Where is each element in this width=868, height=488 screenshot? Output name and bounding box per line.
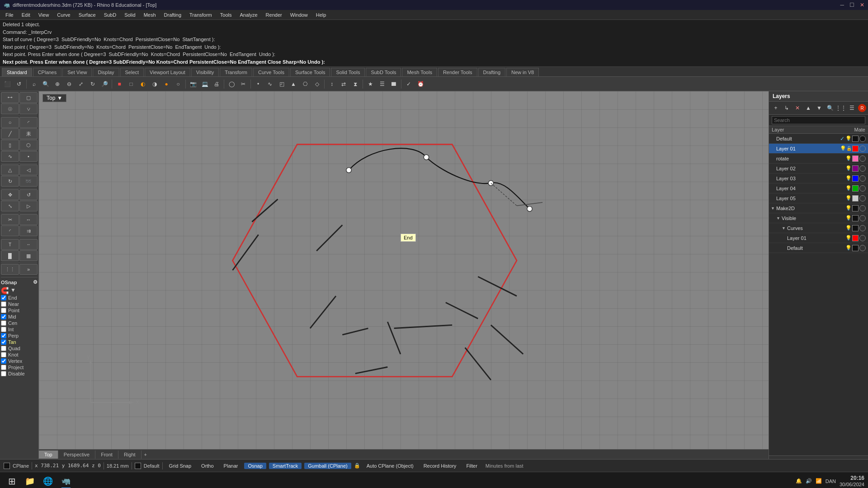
tool-solid[interactable]: ▲ — [288, 79, 299, 89]
tool-camera[interactable]: 📷 — [188, 79, 198, 89]
tab-set-view[interactable]: Set View — [62, 68, 92, 76]
cl01-mat[interactable] — [859, 235, 866, 241]
layer01-mat[interactable] — [859, 145, 866, 152]
grid-snap-btn[interactable]: Grid Snap — [165, 463, 195, 469]
tool-text[interactable]: T — [1, 239, 19, 250]
taskbar-rhino[interactable]: 🦏 — [58, 473, 74, 488]
layer-add-sublayer-btn[interactable]: ↳ — [782, 103, 792, 113]
layer05-light[interactable]: 💡 — [845, 195, 852, 201]
layer05-color[interactable] — [852, 195, 859, 202]
vp-tab-perspective[interactable]: Perspective — [58, 450, 95, 459]
tab-cplanes[interactable]: CPlanes — [33, 68, 62, 76]
tool-poly-select[interactable]: ⩒ — [19, 103, 38, 114]
default-color[interactable] — [852, 136, 859, 142]
layer-row-make2d[interactable]: ▼ Make2D 💡 — [769, 203, 868, 213]
tool-freeform[interactable]: ∿ — [1, 151, 19, 162]
osnap-settings-icon[interactable]: ⚙ — [33, 279, 38, 285]
tool-zoom-window[interactable]: 🔍 — [40, 79, 51, 89]
layer03-color[interactable] — [852, 175, 859, 182]
tool-zoom-out[interactable]: ⊖ — [64, 79, 75, 89]
tool-mesh[interactable]: ◇ — [311, 79, 322, 89]
layers-search-input[interactable] — [772, 116, 865, 124]
osnap-magnet-btn[interactable]: 🧲 — [1, 287, 9, 294]
tool-grid2[interactable]: ⋮⋮ — [1, 264, 19, 275]
vp-tab-top[interactable]: Top — [39, 450, 58, 459]
ortho-btn[interactable]: Ortho — [198, 463, 217, 469]
tool-scale[interactable]: ⤡ — [1, 201, 19, 211]
tool-raytraced[interactable]: ● — [161, 79, 172, 89]
layer-menu-btn[interactable]: ☰ — [847, 103, 857, 113]
layer-row-layer02[interactable]: Layer 02 💡 — [769, 164, 868, 174]
tool-print[interactable]: 🖨 — [211, 79, 222, 89]
layer-move-down-btn[interactable]: ▼ — [814, 103, 824, 113]
layer01-light-icon[interactable]: 💡 — [840, 145, 846, 151]
osnap-cen[interactable]: Cen — [1, 320, 38, 326]
close-btn[interactable]: ✕ — [860, 2, 864, 8]
layer03-mat[interactable] — [859, 175, 866, 182]
make2d-mat[interactable] — [859, 205, 866, 211]
viewport-dropdown-icon[interactable]: ▼ — [57, 95, 62, 101]
cl01-light[interactable]: 💡 — [845, 235, 852, 241]
menu-analyze[interactable]: Analyze — [236, 11, 261, 19]
tab-mesh-tools[interactable]: Mesh Tools — [402, 68, 437, 76]
tab-standard[interactable]: Standard — [2, 68, 32, 76]
tool-ghosted[interactable]: ○ — [173, 79, 184, 89]
osnap-filter-btn[interactable]: ▼ — [10, 287, 16, 294]
tab-new-v8[interactable]: New in V8 — [506, 68, 539, 76]
osnap-perp[interactable]: Perp — [1, 333, 38, 338]
layer02-color[interactable] — [852, 165, 859, 172]
visible-color[interactable] — [852, 215, 859, 221]
layer01-color[interactable] — [852, 145, 859, 152]
cdef-color[interactable] — [852, 245, 859, 251]
tool-clock[interactable]: ⏰ — [415, 79, 426, 89]
tool-transform[interactable]: ⇄ — [338, 79, 349, 89]
taskbar-volume[interactable]: 🔊 — [806, 478, 812, 484]
rotate-color[interactable] — [852, 155, 859, 162]
tool-offset[interactable]: ⇉ — [19, 225, 38, 236]
layer04-color[interactable] — [852, 185, 859, 192]
osnap-int[interactable]: Int — [1, 327, 38, 332]
filter-btn[interactable]: Filter — [462, 463, 481, 469]
tool-loft[interactable]: ◁ — [19, 164, 38, 175]
osnap-btn[interactable]: Osnap — [244, 463, 266, 469]
tool-select-all[interactable]: ▢ — [19, 92, 38, 103]
tab-viewport-layout[interactable]: Viewport Layout — [145, 68, 190, 76]
tool-history[interactable]: ⧗ — [350, 79, 361, 89]
tool-loop-select[interactable]: ↺ — [14, 79, 24, 89]
osnap-end[interactable]: End — [1, 295, 38, 300]
osnap-knot[interactable]: Knot — [1, 352, 38, 357]
menu-edit[interactable]: Edit — [18, 11, 34, 19]
layer-row-layer04[interactable]: Layer 04 💡 — [769, 183, 868, 193]
visible-light[interactable]: 💡 — [845, 215, 852, 221]
layer04-mat[interactable] — [859, 185, 866, 192]
taskbar-notification[interactable]: 🔔 — [796, 478, 802, 484]
vp-tab-right[interactable]: Right — [118, 450, 142, 459]
osnap-quad[interactable]: Quad — [1, 346, 38, 351]
tool-mirror[interactable]: ▷ — [19, 201, 38, 211]
tab-solid-tools[interactable]: Solid Tools — [331, 68, 365, 76]
menu-tools[interactable]: Tools — [217, 11, 236, 19]
rotate-mat[interactable] — [859, 155, 866, 162]
record-history-btn[interactable]: Record History — [420, 463, 460, 469]
tool-sweep[interactable]: ➿ — [19, 176, 38, 187]
tool-block2[interactable]: ▦ — [19, 250, 38, 261]
tool-rotate-view[interactable]: ↻ — [87, 79, 98, 89]
layer-row-curves-layer01[interactable]: Layer 01 💡 — [769, 233, 868, 243]
layer-filter-btn[interactable]: 🔍 — [825, 103, 835, 113]
expand-visible[interactable]: ▼ — [776, 216, 782, 221]
layer02-light[interactable]: 💡 — [845, 165, 852, 171]
tool-trim[interactable]: ✂ — [1, 214, 19, 225]
tool-arctic[interactable]: ◑ — [149, 79, 160, 89]
menu-surface[interactable]: Surface — [75, 11, 99, 19]
curves-light[interactable]: 💡 — [845, 225, 852, 231]
tool-shaded[interactable]: ■ — [114, 79, 125, 89]
tool-hatch[interactable]: ☰ — [377, 79, 387, 89]
tool-zoom-lens[interactable]: 🔎 — [99, 79, 110, 89]
visible-mat[interactable] — [859, 215, 866, 221]
layer05-mat[interactable] — [859, 195, 866, 202]
default-light-icon[interactable]: 💡 — [845, 136, 852, 141]
tool-polygon[interactable]: ⬡ — [19, 140, 38, 150]
tool-hatch2[interactable]: █ — [1, 250, 19, 261]
tool-fillet[interactable]: ◜ — [1, 225, 19, 236]
tab-visibility[interactable]: Visibility — [191, 68, 219, 76]
